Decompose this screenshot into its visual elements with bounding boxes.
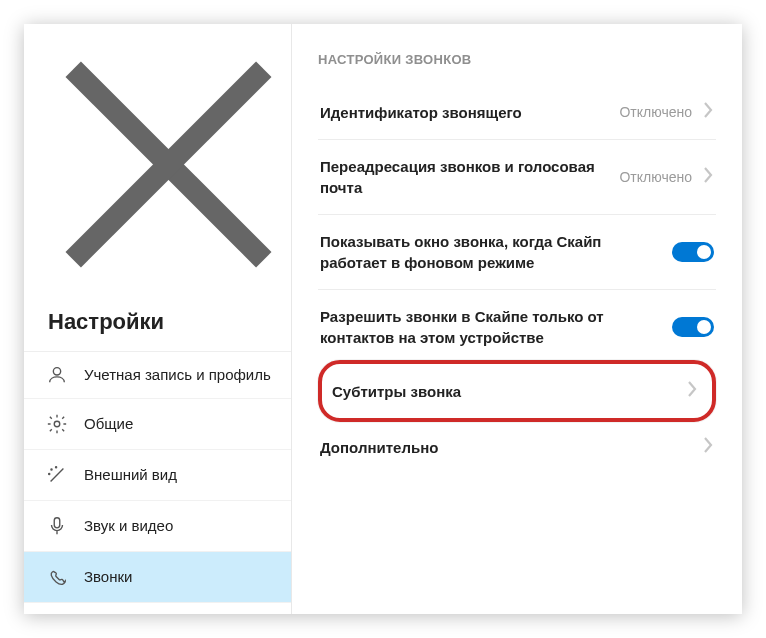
sidebar-title: Настройки bbox=[24, 291, 291, 351]
setting-show-window: Показывать окно звонка, когда Скайп рабо… bbox=[318, 215, 716, 290]
sidebar-item-messaging[interactable]: Сообщения bbox=[24, 602, 291, 614]
setting-label: Субтитры звонка bbox=[332, 381, 686, 402]
svg-point-6 bbox=[49, 474, 50, 475]
svg-point-5 bbox=[56, 467, 57, 468]
svg-point-3 bbox=[54, 421, 60, 427]
sidebar-item-account[interactable]: Учетная запись и профиль bbox=[24, 351, 291, 398]
gear-icon bbox=[46, 413, 68, 435]
setting-advanced[interactable]: Дополнительно bbox=[318, 422, 716, 474]
toggle-contacts-only[interactable] bbox=[672, 317, 714, 337]
sidebar-item-appearance[interactable]: Внешний вид bbox=[24, 449, 291, 500]
microphone-icon bbox=[46, 515, 68, 537]
svg-point-2 bbox=[53, 368, 60, 375]
highlight-annotation: Субтитры звонка bbox=[318, 360, 716, 422]
status-text: Отключено bbox=[619, 104, 692, 120]
toggle-show-window[interactable] bbox=[672, 242, 714, 262]
settings-window: Настройки Учетная запись и профиль Общие… bbox=[24, 24, 742, 614]
sidebar-item-calls[interactable]: Звонки bbox=[24, 551, 291, 602]
chevron-right-icon bbox=[686, 380, 698, 402]
setting-subtitles[interactable]: Субтитры звонка bbox=[322, 364, 712, 418]
svg-rect-7 bbox=[54, 518, 60, 528]
sidebar-item-label: Внешний вид bbox=[84, 466, 177, 485]
sidebar-item-label: Учетная запись и профиль bbox=[84, 366, 271, 385]
status-text: Отключено bbox=[619, 169, 692, 185]
section-heading: НАСТРОЙКИ ЗВОНКОВ bbox=[318, 52, 716, 67]
sidebar-item-label: Звук и видео bbox=[84, 517, 173, 536]
setting-contacts-only: Разрешить звонки в Скайпе только от конт… bbox=[318, 290, 716, 360]
sidebar-item-audio-video[interactable]: Звук и видео bbox=[24, 500, 291, 551]
sidebar-item-general[interactable]: Общие bbox=[24, 398, 291, 449]
sidebar-item-label: Общие bbox=[84, 415, 133, 434]
chevron-right-icon bbox=[702, 166, 714, 188]
setting-caller-id[interactable]: Идентификатор звонящего Отключено bbox=[318, 85, 716, 140]
setting-label: Разрешить звонки в Скайпе только от конт… bbox=[320, 306, 660, 348]
setting-label: Показывать окно звонка, когда Скайп рабо… bbox=[320, 231, 660, 273]
user-icon bbox=[46, 364, 68, 386]
setting-label: Идентификатор звонящего bbox=[320, 102, 607, 123]
setting-forwarding[interactable]: Переадресация звонков и голосовая почта … bbox=[318, 140, 716, 215]
chevron-right-icon bbox=[702, 436, 714, 458]
setting-label: Дополнительно bbox=[320, 437, 690, 458]
svg-point-4 bbox=[51, 469, 52, 470]
close-icon[interactable] bbox=[46, 273, 291, 290]
chevron-right-icon bbox=[702, 101, 714, 123]
settings-sidebar: Настройки Учетная запись и профиль Общие… bbox=[24, 24, 292, 614]
phone-icon bbox=[46, 566, 68, 588]
setting-label: Переадресация звонков и голосовая почта bbox=[320, 156, 607, 198]
wand-icon bbox=[46, 464, 68, 486]
settings-main: НАСТРОЙКИ ЗВОНКОВ Идентификатор звонящег… bbox=[292, 24, 742, 614]
sidebar-item-label: Звонки bbox=[84, 568, 132, 587]
